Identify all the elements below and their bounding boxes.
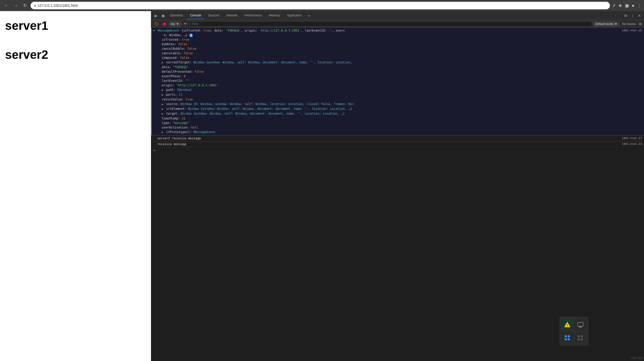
window-icon[interactable]: ▣	[625, 3, 629, 8]
devtools-panel: ▶ ▣ Elements Console Sources Network Per…	[151, 11, 644, 361]
server1-heading: server1	[5, 19, 146, 33]
no-errors-btn[interactable]: ⬤	[161, 21, 168, 26]
expand-arrow-srcElement[interactable]: ▶	[162, 108, 163, 110]
prop-target[interactable]: ▶ target: Window {window: Window, self: …	[158, 111, 642, 116]
file-ref-1[interactable]: 1002.html:16	[622, 28, 642, 33]
prop-path[interactable]: ▶ path: [Window]	[158, 88, 642, 92]
levels-dropdown-icon: ▼	[614, 22, 618, 26]
tab-sources[interactable]: Sources	[205, 12, 222, 19]
bookmark-icon[interactable]: ★	[618, 3, 622, 8]
file-ref-3[interactable]: 1001.html:23	[622, 142, 642, 146]
expand-arrow-target[interactable]: ▶	[162, 112, 163, 115]
server2-heading: server2	[5, 48, 146, 62]
recevice-log-entry: 1001.html:23 recevice message	[151, 141, 644, 147]
prop-composed: composed: false	[158, 56, 642, 60]
forward-button[interactable]: →	[12, 3, 20, 9]
app-icon-warning[interactable]: !	[562, 319, 573, 330]
levels-select[interactable]: Default levels ▼	[594, 21, 619, 27]
prop-srcElement[interactable]: ▶ srcElement: Window {window: Window, se…	[158, 107, 642, 111]
tab-elements[interactable]: Elements	[167, 12, 186, 19]
console-input[interactable]	[157, 148, 642, 152]
watermark: CSDN 博客	[630, 356, 643, 360]
svg-rect-5	[565, 335, 567, 337]
prop-type: type: "message"	[158, 121, 642, 125]
svg-rect-10	[581, 335, 583, 337]
prop-cancelBubble: cancelBubble: false	[158, 46, 642, 51]
svg-text:!: !	[567, 324, 568, 327]
prompt-symbol: >	[153, 148, 155, 152]
tab-performance[interactable]: Performance	[241, 12, 265, 19]
expand-arrow-source[interactable]: ▶	[162, 103, 163, 106]
close-devtools-icon[interactable]: ✕	[637, 13, 642, 19]
tab-console[interactable]: Console	[187, 12, 204, 19]
app-icon-dark-grid[interactable]	[575, 332, 586, 343]
filter-input[interactable]	[190, 21, 592, 27]
svg-rect-4	[579, 327, 582, 327]
prop-bubbles: bubbles: false	[158, 42, 642, 46]
context-label: top	[171, 22, 175, 26]
address-bar[interactable]: ● 127.0.0.1:1001/1001.html	[31, 2, 610, 9]
file-ref-2[interactable]: 1002.html:17	[622, 136, 642, 141]
profile-icon[interactable]: ●	[632, 3, 634, 8]
context-dropdown-icon: ▼	[176, 22, 179, 26]
prop-defaultPrevented: defaultPrevented: false	[158, 69, 642, 74]
svg-rect-9	[578, 335, 580, 337]
prop-cancelable: cancelable: false	[158, 51, 642, 56]
expand-arrow-path[interactable]: ▶	[162, 89, 163, 91]
context-select[interactable]: top ▼	[169, 21, 181, 27]
reload-button[interactable]: ↻	[22, 2, 29, 9]
svg-rect-8	[568, 338, 570, 340]
secure-icon: ●	[34, 4, 36, 8]
prop-isTrusted: isTrusted: true	[158, 37, 642, 42]
prop-currentTarget[interactable]: ▶ currentTarget: Window {window: Window,…	[158, 60, 642, 65]
svg-rect-2	[578, 322, 583, 326]
console-toolbar: 🚫 ⬤ top ▼ 👁 Default levels ▼ No Issues ⚙	[151, 20, 644, 28]
expand-arrow-currentTarget[interactable]: ▶	[162, 61, 163, 64]
info-icon[interactable]: i	[189, 34, 193, 37]
obj-header: MessageEvent {isTrusted: true, data: '宁静…	[158, 29, 345, 32]
prop-source[interactable]: ▶ source: Window {0: Window, window: Win…	[158, 102, 642, 107]
settings-icon[interactable]: ⚙	[623, 13, 628, 19]
browser-chrome: ← → ↻ ● 127.0.0.1:1001/1001.html ➚ ★ ▣ ●…	[0, 0, 644, 11]
levels-label: Default levels	[595, 22, 613, 26]
back-button[interactable]: ←	[3, 3, 10, 9]
inspect-element-btn[interactable]: ▶	[153, 13, 159, 19]
recevice-log-text: recevice message	[157, 142, 186, 146]
console-prompt[interactable]: >	[151, 147, 644, 153]
devtools-topbar: ▶ ▣ Elements Console Sources Network Per…	[151, 11, 644, 20]
console-settings-icon[interactable]: ⚙	[639, 22, 642, 26]
prop-timeStamp: timeStamp: 21	[158, 116, 642, 121]
clear-console-btn[interactable]: 🚫	[153, 21, 160, 26]
console-output[interactable]: 1002.html:16 ▶ MessageEvent {isTrusted: …	[151, 28, 644, 361]
tab-network[interactable]: Network	[223, 12, 240, 19]
app-icon-screen[interactable]	[575, 319, 586, 330]
prop-data: data: "宁静致远"	[158, 65, 642, 69]
app-icons-overlay: !	[559, 317, 588, 346]
issues-btn[interactable]: No Issues	[621, 22, 637, 26]
eye-btn[interactable]: 👁	[182, 21, 188, 26]
svg-rect-11	[578, 338, 580, 340]
expand-arrow-1[interactable]: ▶	[152, 30, 156, 32]
tab-overflow[interactable]: »	[306, 12, 312, 19]
prop-returnValue: returnValue: true	[158, 97, 642, 102]
device-toggle-btn[interactable]: ▣	[160, 13, 166, 19]
browser-toolbar-right: ➚ ★ ▣ ● ⋮	[612, 3, 641, 8]
menu-icon[interactable]: ⋮	[637, 3, 641, 8]
prop-prototype[interactable]: ▶ [[Prototype]]: MessageEvent	[158, 130, 642, 135]
svg-rect-3	[579, 326, 581, 327]
message-event-entry: 1002.html:16 ▶ MessageEvent {isTrusted: …	[151, 28, 644, 135]
devtools-right-icons: ⚙ ⋮ ✕	[623, 13, 642, 19]
app-icon-grid[interactable]	[562, 332, 573, 343]
prop-ports[interactable]: ▶ ports: []	[158, 92, 642, 97]
url-text: 127.0.0.1:1001/1001.html	[38, 4, 78, 8]
tab-memory[interactable]: Memory	[266, 12, 283, 19]
obj-header-cont: e: Window, …} i	[158, 33, 193, 37]
share-icon[interactable]: ➚	[612, 3, 616, 8]
expand-arrow-ports[interactable]: ▶	[162, 93, 163, 96]
prop-origin: origin: "http://127.0.0.1:1001"	[158, 83, 642, 88]
server2-log-entry: 1002.html:17 server2 recevice message	[151, 135, 644, 141]
tab-application[interactable]: Application	[284, 12, 305, 19]
expand-arrow-prototype[interactable]: ▶	[162, 131, 163, 134]
more-options-icon[interactable]: ⋮	[630, 13, 635, 19]
page-content: server1 server2	[0, 11, 151, 361]
